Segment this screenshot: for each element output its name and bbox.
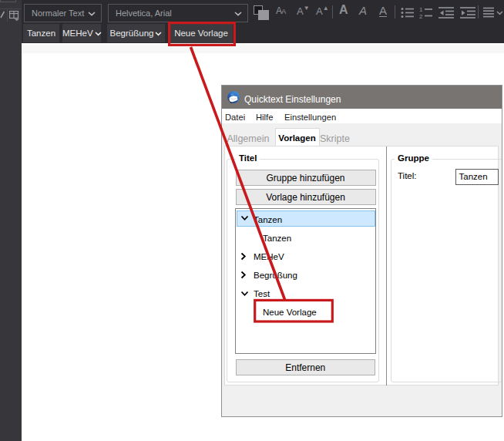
svg-text:1: 1	[419, 6, 423, 13]
svg-text:2: 2	[419, 13, 423, 19]
